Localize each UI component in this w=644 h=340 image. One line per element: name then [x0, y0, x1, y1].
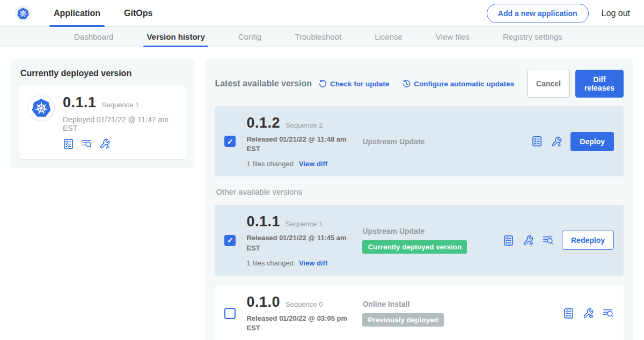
- released-timestamp: Released 01/20/22 @ 03:05 pm EST: [246, 314, 347, 333]
- deploy-logs-icon[interactable]: [602, 307, 614, 319]
- preflight-checks-icon[interactable]: [531, 136, 543, 147]
- currently-deployed-title: Currently deployed version: [20, 69, 186, 78]
- latest-available-title: Latest available version: [215, 79, 312, 88]
- version-sequence: Sequence 2: [286, 121, 323, 129]
- version-number: 0.1.1: [246, 213, 280, 230]
- tab-license[interactable]: License: [375, 27, 402, 47]
- refresh-arrow-icon: [318, 79, 327, 88]
- add-application-button[interactable]: Add a new application: [487, 4, 589, 23]
- available-versions-panel: Latest available version Check for updat…: [205, 59, 633, 340]
- version-checkbox[interactable]: ✓: [224, 235, 236, 246]
- version-row-0-1-2: ✓ 0.1.2 Sequence 2 Released 01/21/22 @ 1…: [215, 106, 624, 176]
- version-sequence: Sequence 0: [286, 300, 323, 308]
- version-checkbox[interactable]: ✓: [224, 308, 236, 319]
- tab-troubleshoot[interactable]: Troubleshoot: [295, 27, 341, 47]
- config-wrench-gear-icon[interactable]: [99, 138, 111, 150]
- kubernetes-logo-icon[interactable]: [15, 5, 31, 21]
- preflight-checks-icon[interactable]: [563, 308, 574, 319]
- released-timestamp: Released 01/21/22 @ 11:48 am EST: [246, 135, 347, 154]
- version-source: Upstream Update: [362, 227, 503, 235]
- version-number: 0.1.2: [246, 115, 280, 131]
- clock-refresh-icon: [402, 79, 411, 88]
- currently-deployed-panel: Currently deployed version 0.1.1 Sequenc…: [11, 59, 194, 168]
- top-nav: Application GitOps Add a new application…: [0, 0, 644, 27]
- version-checkbox[interactable]: ✓: [224, 136, 236, 147]
- deployed-timestamp: Deployed 01/21/22 @ 11:47 am EST: [63, 115, 177, 132]
- deployed-version-number: 0.1.1: [63, 94, 97, 111]
- config-wrench-gear-icon[interactable]: [522, 234, 534, 246]
- preflight-checks-icon[interactable]: [503, 235, 514, 246]
- version-row-0-1-1: ✓ 0.1.1 Sequence 1 Released 01/21/22 @ 1…: [215, 205, 624, 275]
- version-row-0-1-0: ✓ 0.1.0 Sequence 0 Released 01/20/22 @ 0…: [215, 285, 624, 340]
- deploy-logs-icon[interactable]: [80, 138, 92, 150]
- app-kubernetes-logo-icon: [28, 94, 55, 121]
- view-diff-link[interactable]: View diff: [299, 259, 327, 267]
- version-sequence: Sequence 1: [286, 220, 323, 228]
- deploy-logs-icon[interactable]: [542, 234, 554, 246]
- app-sub-nav: Dashboard Version history Config Trouble…: [0, 27, 644, 47]
- deploy-button[interactable]: Deploy: [570, 132, 614, 151]
- redeploy-button[interactable]: Redeploy: [562, 231, 614, 250]
- files-changed-label: 1 files changed: [246, 259, 293, 267]
- version-source: Online Install: [362, 300, 563, 308]
- tab-version-history[interactable]: Version history: [147, 27, 204, 47]
- version-number: 0.1.0: [246, 294, 280, 311]
- configure-automatic-updates-link[interactable]: Configure automatic updates: [402, 79, 514, 88]
- cancel-button[interactable]: Cancel: [527, 70, 570, 98]
- currently-deployed-badge: Currently deployed version: [362, 240, 467, 254]
- config-wrench-gear-icon[interactable]: [551, 136, 562, 147]
- released-timestamp: Released 01/21/22 @ 11:45 am EST: [246, 233, 347, 253]
- deployed-sequence: Sequence 1: [102, 101, 139, 109]
- tab-registry-settings[interactable]: Registry settings: [503, 27, 562, 47]
- preflight-checks-icon[interactable]: [63, 138, 74, 150]
- previously-deployed-badge: Previously deployed: [362, 313, 443, 327]
- deployed-version-card: 0.1.1 Sequence 1 Deployed 01/21/22 @ 11:…: [19, 86, 186, 159]
- tab-application[interactable]: Application: [54, 0, 100, 27]
- logout-link[interactable]: Log out: [602, 9, 630, 18]
- tab-gitops[interactable]: GitOps: [124, 0, 152, 27]
- diff-releases-button[interactable]: Diff releases: [575, 70, 624, 98]
- tab-view-files[interactable]: View files: [436, 27, 470, 47]
- version-source: Upstream Update: [362, 137, 531, 146]
- tab-dashboard[interactable]: Dashboard: [74, 27, 113, 47]
- files-changed-label: 1 files changed: [246, 160, 293, 168]
- config-wrench-eye-icon[interactable]: [582, 307, 594, 319]
- other-versions-title: Other available versions: [216, 187, 624, 196]
- view-diff-link[interactable]: View diff: [299, 160, 327, 168]
- tab-config[interactable]: Config: [238, 27, 261, 47]
- check-for-update-link[interactable]: Check for update: [318, 79, 389, 88]
